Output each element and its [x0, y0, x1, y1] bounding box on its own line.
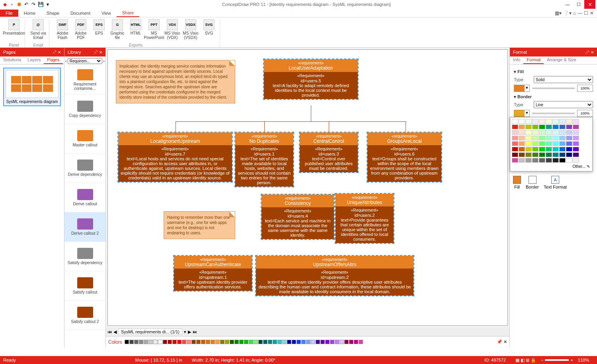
picker-color[interactable] [512, 147, 518, 152]
color-swatch[interactable] [215, 340, 220, 344]
color-swatch[interactable] [191, 340, 196, 344]
library-item[interactable]: Derive callout 2 [64, 212, 105, 242]
help-icon[interactable]: ❔▾ [563, 10, 572, 16]
requirement-block-b3[interactable]: «requirement»CentralControl«Requirement»… [299, 132, 359, 173]
pages-tab-solutions[interactable]: Solutions [0, 56, 24, 64]
color-swatch[interactable] [354, 340, 358, 344]
library-pin-icon[interactable]: 📌 ✕ [93, 50, 102, 55]
picker-color[interactable] [539, 136, 545, 140]
zoom-out-icon[interactable]: − [541, 358, 543, 362]
color-swatch[interactable] [268, 340, 272, 344]
picker-color[interactable] [566, 152, 572, 157]
library-back-icon[interactable]: ‹ [65, 58, 67, 63]
color-swatch[interactable] [125, 340, 129, 344]
colors-pin-icon[interactable]: 📌 ✕ [497, 339, 507, 345]
sheet-tab[interactable]: SysML requirements di... (1/1) [118, 329, 182, 335]
zoom-in-icon[interactable]: + [570, 358, 573, 362]
qat-dropdown-icon[interactable]: ▾ [45, 1, 51, 8]
qat-new-icon[interactable]: ▫ [9, 1, 15, 8]
picker-color[interactable] [546, 136, 552, 140]
picker-color[interactable] [559, 158, 566, 163]
mdi-close-icon[interactable]: ✕ [590, 10, 594, 16]
picker-color[interactable] [552, 125, 559, 129]
page-thumbnail[interactable]: SysML requirements diagram [3, 68, 61, 106]
fill-quick-button[interactable]: Fill [513, 176, 521, 189]
qat-undo-icon[interactable]: ↶ [23, 1, 29, 8]
pages-pin-icon[interactable]: 📌 ✕ [52, 50, 61, 55]
picker-color[interactable] [519, 141, 525, 146]
qat-redo-icon[interactable]: ↷ [30, 1, 37, 8]
color-swatch[interactable] [201, 340, 205, 344]
color-swatch[interactable] [325, 340, 330, 344]
color-swatch[interactable] [244, 340, 248, 344]
picker-color[interactable] [512, 152, 518, 157]
picker-color[interactable] [546, 152, 552, 157]
picker-color[interactable] [532, 119, 538, 124]
picker-color[interactable] [525, 158, 532, 163]
picker-color[interactable] [532, 125, 538, 129]
border-opacity[interactable]: 100% [577, 110, 593, 117]
color-swatch[interactable] [153, 340, 158, 344]
library-item[interactable]: Copy dependency [64, 95, 105, 124]
fill-section-header[interactable]: Fill [514, 69, 593, 74]
ribbon-send-via-email[interactable]: @Send via Email [30, 19, 47, 40]
border-section-header[interactable]: Border [514, 94, 593, 99]
ribbon-ms-powerpoint[interactable]: PPTMS PowerPoint [146, 19, 162, 40]
color-swatch[interactable] [139, 340, 143, 344]
color-swatch[interactable] [239, 340, 244, 344]
format-tab-info[interactable]: Info [510, 56, 523, 64]
picker-color[interactable] [552, 152, 559, 157]
color-swatch[interactable] [292, 340, 296, 344]
requirement-block-b8[interactable]: «requirement»UpstreamOffersAttrs«Require… [255, 255, 414, 296]
sheet-nextall-icon[interactable]: ⏭ [193, 329, 197, 334]
requirement-block-b7[interactable]: «requirement»UpstreamCanAuthenticate«Req… [173, 255, 253, 292]
library-item[interactable]: Derive dependency [64, 154, 105, 183]
color-swatch[interactable] [306, 340, 310, 344]
picker-color[interactable] [532, 141, 538, 146]
picker-color[interactable] [519, 125, 525, 129]
picker-color[interactable] [546, 125, 552, 129]
picker-color[interactable] [573, 152, 579, 157]
text-format-quick-button[interactable]: AText Format [544, 176, 567, 189]
color-swatch[interactable] [249, 340, 253, 344]
tab-view[interactable]: View [96, 10, 117, 17]
picker-color[interactable] [539, 147, 545, 152]
picker-color[interactable] [539, 158, 545, 163]
picker-color[interactable] [512, 125, 518, 129]
pages-tab-pages[interactable]: Pages [44, 56, 62, 64]
diagram-canvas[interactable]: Implication: the identity merging servic… [107, 49, 508, 326]
color-swatch[interactable] [273, 340, 277, 344]
diagram-note[interactable]: Implication: the identity merging servic… [116, 60, 235, 103]
picker-color[interactable] [525, 141, 532, 146]
color-swatch[interactable] [344, 340, 349, 344]
library-item[interactable]: Satisfy dependency [64, 242, 105, 271]
library-item[interactable]: Derive callout [64, 183, 105, 212]
picker-color[interactable] [552, 141, 559, 146]
ribbon-ms-visio-(vdx)[interactable]: VDXMS Visio (VDX) [164, 19, 181, 40]
color-swatch[interactable] [254, 340, 258, 344]
color-swatch[interactable] [172, 340, 177, 344]
picker-color[interactable] [552, 147, 559, 152]
color-swatch[interactable] [339, 340, 344, 344]
color-swatch[interactable] [129, 340, 134, 344]
picker-color[interactable] [519, 152, 525, 157]
color-swatch[interactable] [320, 340, 325, 344]
picker-color[interactable] [532, 136, 538, 140]
tab-document[interactable]: Document [65, 10, 96, 17]
picker-color[interactable] [566, 130, 572, 135]
picker-color[interactable] [559, 136, 566, 140]
color-swatch[interactable] [144, 340, 148, 344]
sheet-next-icon[interactable]: ▶ [188, 329, 191, 335]
picker-color[interactable] [546, 147, 552, 152]
color-swatch[interactable] [287, 340, 291, 344]
picker-color[interactable] [573, 158, 579, 163]
color-swatch[interactable] [182, 340, 186, 344]
sheet-dropdown-icon[interactable]: ▾ [184, 329, 186, 335]
picker-other[interactable]: Other... ✎ [512, 164, 591, 169]
tab-share[interactable]: Share [117, 9, 139, 17]
sheet-prev-icon[interactable]: ◀ [113, 329, 117, 335]
pages-tab-layers[interactable]: Layers [24, 56, 44, 64]
color-swatch[interactable] [335, 340, 339, 344]
color-swatch[interactable] [301, 340, 306, 344]
file-tab[interactable]: File [0, 10, 18, 17]
